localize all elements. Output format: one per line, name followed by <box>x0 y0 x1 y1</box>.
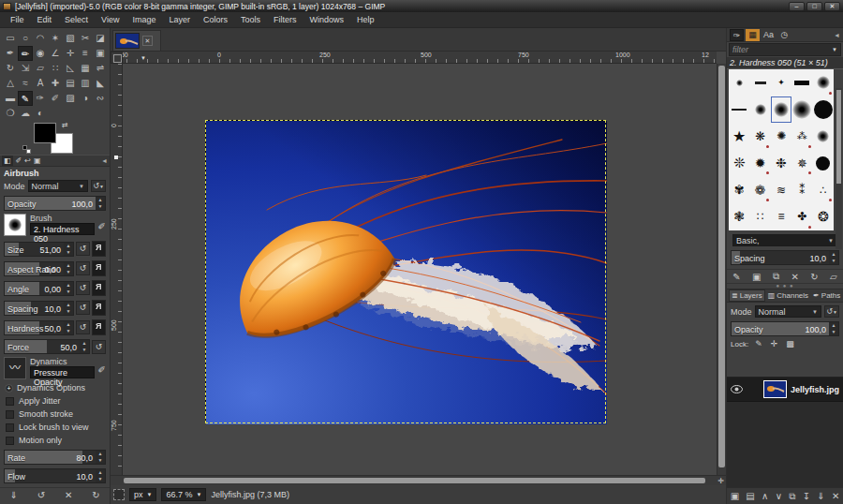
brush-thumb-0[interactable] <box>729 69 749 96</box>
refresh-brushes-button[interactable]: ↻ <box>810 272 818 282</box>
dynamics-preview-icon[interactable]: 〰 <box>4 357 26 379</box>
brush-thumb-17[interactable]: ❉ <box>771 150 791 177</box>
layers-tab[interactable]: ≣Layers <box>729 289 765 302</box>
ink-tool[interactable]: ✑ <box>33 91 48 106</box>
flow-slider[interactable]: Flow 10,0 ▲▼ <box>4 468 106 483</box>
ruler-corner-button[interactable] <box>111 52 123 64</box>
brush-grid-scrollbar[interactable] <box>836 88 842 249</box>
checkbox-motion-only[interactable]: Motion only <box>0 434 110 447</box>
size-reset-button[interactable]: ↺ <box>76 242 90 256</box>
spinner[interactable]: ▲▼ <box>64 321 73 334</box>
brushes-tab[interactable]: ✑ <box>730 29 744 41</box>
measure-tool[interactable]: ∠ <box>48 46 63 61</box>
paint-mode-select[interactable]: Normal ▼ <box>28 180 88 192</box>
lock-alpha-icon[interactable]: ▩ <box>786 339 794 348</box>
force-slider[interactable]: Force 50,0 ▲▼ <box>4 339 90 354</box>
vertical-scrollbar-thumb[interactable] <box>718 66 725 467</box>
brush-thumb-22[interactable]: ≋ <box>771 176 791 203</box>
dynamics-options-expander[interactable]: + Dynamics Options <box>0 381 110 394</box>
spinner[interactable]: ▲▼ <box>96 451 105 464</box>
collapse-dock-icon[interactable]: ◄ <box>101 157 108 164</box>
eraser-tool[interactable]: ▬ <box>3 91 18 106</box>
brush-thumb-26[interactable]: ∷ <box>749 203 770 230</box>
scale-tool[interactable]: ⇲ <box>18 61 33 76</box>
reset-colors-icon[interactable] <box>22 145 31 154</box>
dynamics-value[interactable]: Pressure Opacity <box>30 366 95 378</box>
spinner[interactable]: ▲▼ <box>64 243 73 256</box>
ellipse-select-tool[interactable]: ○ <box>18 31 33 46</box>
brush-group-select[interactable]: Basic, ▼ <box>732 234 837 246</box>
menu-item-filters[interactable]: Filters <box>267 13 303 26</box>
free-select-tool[interactable]: ◠ <box>33 31 48 46</box>
foreground-select-tool[interactable]: ◪ <box>93 31 108 46</box>
close-icon[interactable]: ✕ <box>142 36 153 46</box>
align-tool[interactable]: ≡ <box>78 46 93 61</box>
rate-slider[interactable]: Rate 80,0 ▲▼ <box>4 450 106 465</box>
scissors-select-tool[interactable]: ✂ <box>78 31 93 46</box>
perspective-clone-tool[interactable]: ▥ <box>78 76 93 91</box>
new-layer-group-button[interactable]: ▤ <box>746 491 754 501</box>
channels-tab[interactable]: ▥Channels <box>766 290 810 301</box>
edit-brush-button[interactable]: ✎ <box>732 272 740 282</box>
menu-item-tools[interactable]: Tools <box>234 13 267 26</box>
anchor-layer-button[interactable]: ↧ <box>803 491 810 501</box>
brush-thumb-24[interactable]: ∴ <box>813 176 834 203</box>
text-tool[interactable]: A <box>33 76 48 91</box>
brush-thumb-5[interactable] <box>729 96 749 124</box>
opacity-slider[interactable]: Opacity 100,0 ▲▼ <box>4 196 106 211</box>
handle-transform-tool[interactable]: ∷ <box>48 61 63 76</box>
spinner[interactable]: ▲▼ <box>64 302 73 315</box>
brush-thumb-10[interactable]: ★ <box>729 123 749 150</box>
size-tablet-toggle[interactable]: R <box>92 241 106 257</box>
lock-pixels-icon[interactable]: ✎ <box>755 339 762 348</box>
spinner[interactable]: ▲▼ <box>64 282 73 295</box>
blur-sharpen-tool[interactable]: ❍ <box>3 106 18 121</box>
unit-select[interactable]: px ▼ <box>129 488 156 501</box>
minimize-button[interactable]: – <box>789 2 805 11</box>
brush-grid-scrollbar-thumb[interactable] <box>836 90 841 184</box>
duplicate-layer-button[interactable]: ⧉ <box>789 491 795 502</box>
menu-item-layer[interactable]: Layer <box>162 13 197 26</box>
spacing-tablet-toggle[interactable]: R <box>92 300 106 316</box>
spinner[interactable]: ▲▼ <box>64 262 73 275</box>
delete-brush-button[interactable]: ✕ <box>791 272 798 282</box>
horizontal-ruler[interactable]: 2500250500750100012▼ <box>111 52 717 64</box>
device-status-tab[interactable]: ✐ <box>16 156 22 166</box>
canvas-viewport[interactable] <box>123 64 717 475</box>
close-button[interactable]: ✕ <box>824 2 840 11</box>
horizontal-scrollbar-thumb[interactable] <box>124 478 705 483</box>
lock-position-icon[interactable]: ✛ <box>771 339 778 348</box>
reset-tool-options-button[interactable]: ↻ <box>92 490 99 500</box>
vertical-scrollbar[interactable] <box>717 64 726 475</box>
brush-thumb-11[interactable]: ❋ <box>749 123 770 150</box>
angle-slider[interactable]: Angle 0,00 ▲▼ <box>4 281 74 296</box>
spinner[interactable]: ▲▼ <box>829 322 838 335</box>
gradient-tool[interactable]: ▨ <box>63 91 78 106</box>
save-tool-preset-button[interactable]: ⇓ <box>9 490 17 500</box>
duplicate-brush-button[interactable]: ⧉ <box>773 271 779 282</box>
maximize-button[interactable]: □ <box>806 2 822 11</box>
select-by-color-tool[interactable]: ▧ <box>63 31 78 46</box>
brush-thumb-14[interactable] <box>813 123 834 150</box>
brush-thumb-21[interactable]: ❁ <box>749 176 770 203</box>
foreground-color-swatch[interactable] <box>34 123 56 143</box>
edit-brush-icon[interactable]: ✐ <box>98 214 106 231</box>
bucket-fill-tool[interactable]: ◣ <box>93 76 108 91</box>
canvas-image[interactable] <box>205 120 606 423</box>
spacing-slider[interactable]: Spacing 10,0 ▲▼ <box>4 301 74 316</box>
undo-history-tab[interactable]: ↩ <box>24 156 31 166</box>
brush-spacing-slider[interactable]: Spacing 10,0 ▲▼ <box>731 250 839 265</box>
brush-thumb-29[interactable]: ❂ <box>813 203 834 230</box>
spinner[interactable]: ▲▼ <box>96 469 105 482</box>
warp-transform-tool[interactable]: ≈ <box>18 76 33 91</box>
crop-tool[interactable]: ▣ <box>93 46 108 61</box>
aspect-ratio-reset-button[interactable]: ↺ <box>76 261 90 275</box>
menu-item-colors[interactable]: Colors <box>197 13 234 26</box>
restore-tool-preset-button[interactable]: ↺ <box>37 490 45 500</box>
airbrush-tool[interactable]: ✎ <box>18 91 33 106</box>
smudge-finger-tool[interactable]: ☁ <box>18 106 33 121</box>
spinner[interactable]: ▲▼ <box>829 251 838 264</box>
menu-item-windows[interactable]: Windows <box>303 13 350 26</box>
heal-tool[interactable]: ✚ <box>48 76 63 91</box>
zoom-tool[interactable]: ◉ <box>33 46 48 61</box>
